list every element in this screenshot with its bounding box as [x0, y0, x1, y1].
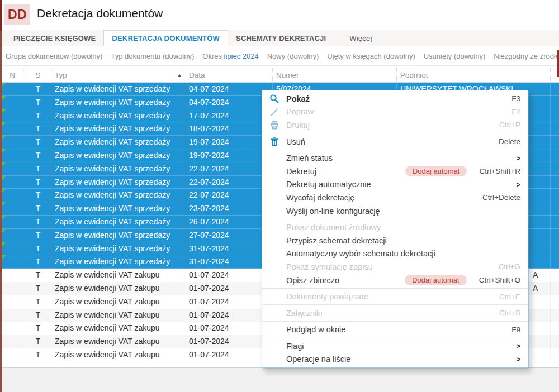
menu-item-label: Pokaż dokument źródłowy — [286, 223, 381, 232]
cell-typ: Zapis w ewidencji VAT sprzedaży — [51, 122, 184, 136]
cell-n — [0, 269, 25, 282]
menu-item-label: Popraw — [286, 107, 314, 116]
menu-item-9[interactable]: Wycofaj dekretacjęCtrl+Delete — [262, 191, 528, 204]
no-icon — [268, 153, 281, 164]
cell-data: 27-07-2024 — [184, 229, 273, 242]
column-header-n[interactable]: N — [0, 68, 25, 82]
menu-separator — [262, 133, 528, 133]
cell-status: T — [25, 242, 51, 256]
menu-item-4[interactable]: UsuńDelete — [262, 135, 528, 149]
cell-n — [0, 255, 25, 269]
tab-1[interactable]: DEKRETACJA DOKUMENTÓW — [103, 30, 228, 46]
menu-item-15: Pokaż symulację zapisuCtrl+G — [262, 260, 528, 274]
cell-typ: Zapis w ewidencji VAT sprzedaży — [51, 109, 184, 123]
cell-data: 01-07-2024 — [184, 309, 273, 322]
menu-item-7[interactable]: DekretujDodaj automatCtrl+Shift+R — [262, 165, 528, 178]
menu-item-16[interactable]: Opisz zbiorczoDodaj automatCtrl+Shift+O — [262, 274, 528, 287]
cell-data: 01-07-2024 — [184, 322, 273, 335]
menu-item-label: Dekretuj automatycznie — [286, 180, 371, 189]
cell-status: T — [25, 83, 51, 96]
cell-status: T — [25, 282, 51, 295]
menu-item-24[interactable]: Flagi> — [262, 340, 528, 353]
cell-n — [0, 309, 25, 322]
menu-item-13[interactable]: Przypisz schemat dekretacji — [262, 234, 528, 247]
tab-0[interactable]: PIECZĘCIE KSIĘGOWE — [6, 30, 103, 46]
cell-status: T — [25, 269, 51, 282]
cell-status: T — [25, 202, 51, 216]
menu-item-0[interactable]: PokażF3 — [262, 92, 528, 106]
tab-more[interactable]: Więcej — [342, 30, 380, 46]
menu-item-label: Pokaż — [286, 94, 310, 103]
cell-typ: Zapis w ewidencji VAT zakupu — [51, 309, 184, 322]
cell-data: 22-07-2024 — [184, 176, 273, 189]
no-icon — [268, 192, 281, 203]
cell-n — [0, 83, 25, 96]
cell-status: T — [25, 176, 51, 189]
column-header-data[interactable]: Data — [184, 68, 273, 82]
menu-item-label: Dekretuj — [286, 167, 316, 176]
menu-item-label: Wycofaj dekretację — [286, 193, 354, 202]
no-icon — [268, 166, 281, 176]
column-header-typ[interactable]: ▲Typ — [51, 68, 184, 82]
menu-item-10[interactable]: Wyślij on-line konfigurację — [262, 204, 528, 218]
cell-typ: Zapis w ewidencji VAT sprzedaży — [51, 216, 184, 229]
column-label: S — [35, 71, 40, 79]
no-icon — [268, 235, 281, 246]
filter-4[interactable]: Ujęty w księgach (dowolny) — [327, 52, 415, 60]
menu-item-label: Załączniki — [286, 309, 322, 318]
cell-data: 01-07-2024 — [184, 269, 273, 282]
column-header-s[interactable]: S — [25, 68, 51, 82]
no-icon — [268, 205, 281, 216]
filter-0[interactable]: Grupa dokumentów (dowolny) — [6, 52, 102, 60]
cell-data: 04-07-2024 — [184, 96, 273, 109]
menu-item-shortcut: F4 — [511, 108, 520, 116]
cell-data: 01-07-2024 — [184, 348, 273, 360]
cell-typ: Zapis w ewidencji VAT sprzedaży — [51, 255, 184, 269]
cell-data: 19-07-2024 — [184, 136, 273, 149]
menu-item-8[interactable]: Dekretuj automatycznie> — [262, 178, 528, 192]
filter-5[interactable]: Usunięty (dowolny) — [424, 52, 486, 60]
cell-n — [0, 229, 25, 242]
no-icon — [268, 324, 281, 335]
column-header-podmiot[interactable]: Podmiot — [397, 68, 551, 82]
menu-item-label: Usuń — [286, 137, 305, 146]
menu-item-22[interactable]: Podgląd w oknieF9 — [262, 323, 528, 337]
cell-status: T — [25, 162, 51, 176]
cell-typ: Zapis w ewidencji VAT zakupu — [51, 348, 184, 360]
brush-icon — [268, 107, 281, 117]
menu-item-label: Zmień status — [286, 154, 333, 162]
menu-item-25[interactable]: Operacje na liście> — [262, 353, 528, 366]
cell-typ: Zapis w ewidencji VAT sprzedaży — [51, 136, 184, 149]
app-logo: DD — [4, 4, 30, 25]
filter-1[interactable]: Typ dokumentu (dowolny) — [111, 52, 194, 60]
page-title: Dekretacja dokumentów — [37, 7, 163, 20]
menu-item-label: Pokaż symulację zapisu — [286, 262, 373, 271]
menu-item-14[interactable]: Automatyczny wybór schematu dekretacji — [262, 247, 528, 261]
cell-podmiot-fragment: A — [533, 269, 538, 282]
cell-n — [0, 242, 25, 256]
filter-2[interactable]: Okres lipiec 2024 — [202, 52, 258, 60]
tab-2[interactable]: SCHEMATY DEKRETACJI — [228, 30, 334, 46]
menu-item-shortcut: Ctrl+Delete — [482, 193, 520, 202]
filter-3[interactable]: Nowy (dowolny) — [267, 52, 319, 60]
cell-typ: Zapis w ewidencji VAT sprzedaży — [51, 229, 184, 242]
cell-data: 22-07-2024 — [184, 162, 273, 176]
menu-item-6[interactable]: Zmień status> — [262, 151, 528, 165]
cell-status: T — [25, 136, 51, 149]
no-icon — [268, 308, 281, 318]
column-label: Data — [189, 71, 205, 79]
cell-typ: Zapis w ewidencji VAT zakupu — [51, 282, 184, 295]
cell-status: T — [25, 122, 51, 136]
cell-status: T — [25, 149, 51, 162]
menu-item-shortcut: F9 — [511, 326, 520, 334]
submenu-arrow-icon: > — [516, 342, 520, 350]
sort-asc-icon: ▲ — [177, 68, 182, 82]
column-header-numer[interactable]: Numer — [273, 68, 397, 82]
cell-typ: Zapis w ewidencji VAT sprzedaży — [51, 242, 184, 256]
filter-6[interactable]: Niezgodny ze źródłem (dowoln — [494, 52, 559, 60]
menu-separator — [262, 304, 528, 305]
menu-item-label: Drukuj — [286, 121, 310, 130]
cell-typ: Zapis w ewidencji VAT sprzedaży — [51, 96, 184, 109]
cell-data: 23-07-2024 — [184, 202, 273, 216]
cell-n — [0, 96, 25, 109]
